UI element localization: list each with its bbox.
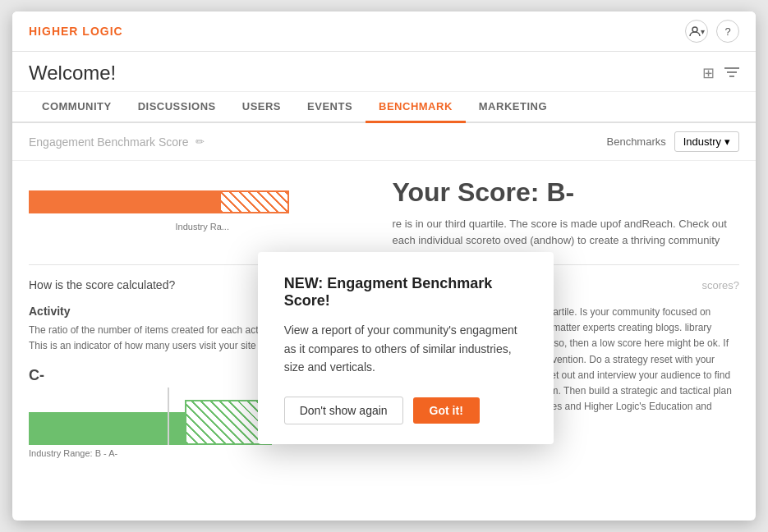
filter-icon[interactable]: [724, 65, 739, 82]
main-window: HIGHER LOGIC ▾ ? Welcome! ⊞: [12, 11, 756, 521]
main-content: Industry Ra... Your Score: B- re is in o…: [12, 161, 756, 466]
modal-overlay: NEW: Engagment Benchmark Score! View a r…: [12, 161, 756, 466]
top-bar: HIGHER LOGIC ▾ ?: [12, 11, 756, 52]
modal-dialog: NEW: Engagment Benchmark Score! View a r…: [258, 252, 554, 443]
top-bar-icons: ▾ ?: [685, 20, 739, 43]
tab-events[interactable]: EVENTS: [294, 92, 366, 123]
tab-users[interactable]: USERS: [229, 92, 294, 123]
modal-title: NEW: Engagment Benchmark Score!: [284, 275, 527, 310]
benchmark-controls: Benchmarks Industry ▾: [607, 131, 740, 152]
nav-tabs: COMMUNITY DISCUSSIONS USERS EVENTS BENCH…: [12, 92, 756, 123]
help-icon[interactable]: ?: [716, 20, 739, 43]
edit-icon[interactable]: ✏: [195, 135, 205, 148]
benchmark-title: Engagement Benchmark Score: [29, 135, 189, 149]
user-icon[interactable]: ▾: [685, 20, 708, 43]
benchmark-title-area: Engagement Benchmark Score ✏: [29, 135, 205, 149]
modal-body: View a report of your community's engagm…: [284, 321, 527, 376]
industry-dropdown-btn[interactable]: Industry ▾: [674, 131, 739, 152]
page-title: Welcome!: [29, 62, 116, 85]
app-logo: HIGHER LOGIC: [29, 25, 123, 38]
svg-point-0: [692, 27, 697, 32]
dont-show-button[interactable]: Don't show again: [284, 397, 403, 424]
benchmark-header: Engagement Benchmark Score ✏ Benchmarks …: [12, 123, 756, 161]
tab-community[interactable]: COMMUNITY: [29, 92, 125, 123]
grid-icon[interactable]: ⊞: [702, 64, 715, 82]
got-it-button[interactable]: Got it!: [413, 397, 480, 424]
modal-actions: Don't show again Got it!: [284, 397, 527, 424]
benchmarks-label: Benchmarks: [607, 135, 666, 148]
tab-discussions[interactable]: DISCUSSIONS: [125, 92, 229, 123]
welcome-actions: ⊞: [702, 64, 739, 82]
tab-benchmark[interactable]: BENCHMARK: [366, 92, 466, 123]
tab-marketing[interactable]: MARKETING: [466, 92, 560, 123]
welcome-bar: Welcome! ⊞: [12, 52, 756, 92]
